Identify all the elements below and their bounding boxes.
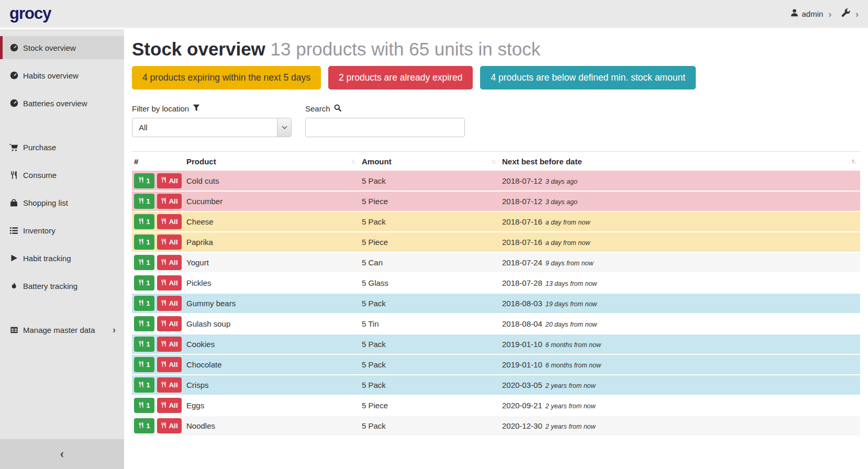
sidebar-item-shopping-list[interactable]: Shopping list <box>0 191 124 214</box>
product-name: Cookies <box>184 334 360 354</box>
consume-one-button[interactable]: 1 <box>134 398 154 413</box>
utensils-icon <box>9 171 18 179</box>
utensils-icon <box>138 176 144 185</box>
product-amount: 5 Pack <box>360 171 500 191</box>
consume-one-button[interactable]: 1 <box>134 418 154 433</box>
user-menu[interactable]: admin <box>791 9 823 18</box>
product-amount: 5 Pack <box>360 334 500 354</box>
consume-one-button[interactable]: 1 <box>134 377 154 393</box>
table-row: 1 All Chocolate 5 Pack 2019-01-106 month… <box>132 354 860 375</box>
consume-one-button[interactable]: 1 <box>134 296 154 311</box>
consume-one-button[interactable]: 1 <box>134 275 154 291</box>
app-logo[interactable]: grocy <box>9 4 51 23</box>
column-header-product[interactable]: Product ↑↓ <box>184 152 360 171</box>
product-name: Chocolate <box>184 354 360 375</box>
sidebar-item-batteries-overview[interactable]: Batteries overview <box>0 92 124 115</box>
consume-one-button[interactable]: 1 <box>134 255 154 270</box>
utensils-icon <box>161 259 166 267</box>
consume-one-button[interactable]: 1 <box>134 337 154 352</box>
sidebar-item-battery-tracking[interactable]: Battery tracking <box>0 274 124 297</box>
location-filter-label: Filter by location <box>132 104 292 113</box>
product-amount: 5 Pack <box>360 375 500 395</box>
sidebar-item-stock-overview[interactable]: Stock overview <box>0 36 124 59</box>
product-name: Pickles <box>184 273 360 293</box>
product-amount: 5 Pack <box>360 211 500 232</box>
utensils-icon <box>138 197 144 206</box>
utensils-icon <box>161 176 166 185</box>
search-input[interactable] <box>305 118 465 137</box>
sidebar-item-manage-master-data[interactable]: Manage master data › <box>0 318 124 341</box>
consume-one-button[interactable]: 1 <box>134 214 154 229</box>
best-before-date: 2018-08-0420 days from now <box>500 314 860 334</box>
consume-all-button[interactable]: All <box>157 255 182 270</box>
sidebar-item-purchase[interactable]: Purchase <box>0 136 124 159</box>
product-amount: 5 Piece <box>360 232 500 252</box>
product-name: Crisps <box>184 375 360 395</box>
product-name: Cucumber <box>184 191 360 211</box>
utensils-icon <box>161 279 166 287</box>
filter-row: Filter by location All Search <box>132 104 860 137</box>
consume-one-button[interactable]: 1 <box>134 234 154 250</box>
expired-products-badge[interactable]: 2 products are already expired <box>328 66 473 90</box>
table-row: 1 All Cheese 5 Pack 2018-07-16a day from… <box>132 211 860 232</box>
submenu-chevron-icon: › <box>113 325 116 336</box>
best-before-date: 2018-07-249 days from now <box>500 252 860 273</box>
consume-all-button[interactable]: All <box>157 316 182 331</box>
below-min-stock-badge[interactable]: 4 products are below defined min. stock … <box>480 66 696 90</box>
best-before-date: 2020-03-052 years from now <box>500 375 860 395</box>
consume-all-button[interactable]: All <box>157 234 182 250</box>
table-row: 1 All Pickles 5 Glass 2018-07-2813 days … <box>132 273 860 293</box>
stock-table: # Product ↑↓ Amount ↑↓ Next best before … <box>132 151 860 437</box>
best-before-date: 2018-07-16a day from now <box>500 211 860 232</box>
consume-all-button[interactable]: All <box>157 275 182 291</box>
consume-all-button[interactable]: All <box>157 173 182 188</box>
consume-all-button[interactable]: All <box>157 357 182 372</box>
product-amount: 5 Piece <box>360 395 500 416</box>
chevron-down-icon <box>277 118 291 137</box>
consume-all-button[interactable]: All <box>157 337 182 352</box>
sidebar-item-inventory[interactable]: Inventory <box>0 219 124 242</box>
settings-wrench-icon[interactable] <box>841 8 850 19</box>
expiring-products-badge[interactable]: 4 products expiring within the next 5 da… <box>132 66 321 90</box>
search-icon <box>334 104 341 113</box>
table-row: 1 All Gummy bears 5 Pack 2018-08-0319 da… <box>132 293 860 314</box>
consume-one-button[interactable]: 1 <box>134 173 154 188</box>
column-header-index: # <box>132 152 184 171</box>
consume-all-button[interactable]: All <box>157 418 182 433</box>
product-name: Yogurt <box>184 252 360 273</box>
shopping-cart-icon <box>9 143 18 151</box>
sidebar-collapse-button[interactable]: ‹ <box>0 439 124 469</box>
sidebar-item-consume[interactable]: Consume <box>0 163 124 186</box>
utensils-icon <box>161 422 166 430</box>
table-row: 1 All Yogurt 5 Can 2018-07-249 days from… <box>132 252 860 273</box>
product-name: Cheese <box>184 211 360 232</box>
consume-all-button[interactable]: All <box>157 398 182 413</box>
chevron-left-icon: ‹ <box>60 448 64 461</box>
status-badges: 4 products expiring within the next 5 da… <box>132 66 860 90</box>
page-subtitle: 13 products with 65 units in stock <box>271 39 541 59</box>
table-icon <box>9 326 18 334</box>
sidebar-item-habits-overview[interactable]: Habits overview <box>0 64 124 87</box>
product-name: Paprika <box>184 232 360 252</box>
utensils-icon <box>161 340 166 349</box>
consume-all-button[interactable]: All <box>157 214 182 229</box>
consume-all-button[interactable]: All <box>157 377 182 393</box>
user-name: admin <box>802 9 823 18</box>
user-menu-chevron-icon[interactable]: › <box>828 9 831 19</box>
table-row: 1 All Eggs 5 Piece 2020-09-212 years fro… <box>132 395 860 416</box>
consume-one-button[interactable]: 1 <box>134 316 154 331</box>
best-before-date: 2018-07-16a day from now <box>500 232 860 252</box>
consume-all-button[interactable]: All <box>157 296 182 311</box>
product-amount: 5 Pack <box>360 354 500 375</box>
column-header-best-before-date[interactable]: Next best before date ↑↓ <box>500 152 860 171</box>
utensils-icon <box>161 218 166 226</box>
column-header-amount[interactable]: Amount ↑↓ <box>360 152 500 171</box>
sidebar-item-habit-tracking[interactable]: Habit tracking <box>0 247 124 270</box>
consume-one-button[interactable]: 1 <box>134 357 154 372</box>
consume-all-button[interactable]: All <box>157 194 182 209</box>
utensils-icon <box>161 320 166 328</box>
location-filter-select[interactable]: All <box>132 118 292 137</box>
consume-one-button[interactable]: 1 <box>134 194 154 209</box>
settings-menu-chevron-icon[interactable]: › <box>855 9 859 19</box>
product-amount: 5 Pack <box>360 293 500 314</box>
